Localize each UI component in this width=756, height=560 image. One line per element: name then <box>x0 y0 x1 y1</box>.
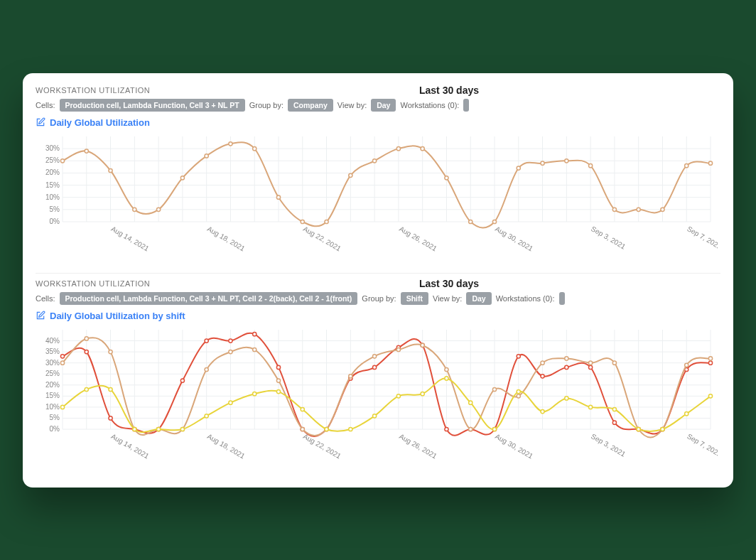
svg-point-48 <box>205 154 208 157</box>
svg-point-143 <box>541 374 544 377</box>
svg-text:Aug 18, 2021: Aug 18, 2021 <box>206 432 247 460</box>
svg-point-193 <box>396 394 400 397</box>
svg-point-136 <box>373 365 377 369</box>
svg-point-177 <box>685 363 688 367</box>
svg-point-124 <box>85 350 88 353</box>
chart-title[interactable]: Daily Global Utilization by shift <box>50 311 185 321</box>
svg-point-185 <box>205 414 208 417</box>
svg-text:Sep 3, 2021: Sep 3, 2021 <box>590 432 627 458</box>
viewby-label: View by: <box>433 294 462 303</box>
chart-svg: 0%5%10%15%20%25%30%35%40%Aug 14, 2021Aug… <box>36 324 718 473</box>
svg-point-188 <box>276 389 280 393</box>
svg-point-194 <box>421 392 424 395</box>
svg-point-186 <box>229 401 232 404</box>
svg-point-183 <box>157 427 161 431</box>
svg-point-49 <box>229 141 232 145</box>
svg-point-129 <box>205 338 208 342</box>
svg-point-191 <box>349 427 352 431</box>
edit-icon[interactable] <box>36 311 45 321</box>
groupby-label: Group by: <box>249 101 284 109</box>
viewby-chip[interactable]: Day <box>466 292 491 305</box>
svg-point-205 <box>685 411 688 415</box>
filter-bar: Cells: Production cell, Lambda Function,… <box>36 292 720 305</box>
svg-point-197 <box>492 427 496 431</box>
svg-point-180 <box>85 387 88 391</box>
filter-bar: Cells: Production cell, Lambda Function,… <box>36 99 720 112</box>
svg-point-196 <box>469 401 472 404</box>
svg-point-51 <box>276 195 280 199</box>
svg-text:15%: 15% <box>45 392 60 399</box>
svg-text:Aug 30, 2021: Aug 30, 2021 <box>494 225 534 252</box>
svg-point-59 <box>469 220 472 223</box>
svg-text:Aug 22, 2021: Aug 22, 2021 <box>302 225 342 252</box>
svg-point-45 <box>133 208 136 211</box>
svg-point-161 <box>301 427 304 431</box>
svg-point-142 <box>517 354 520 357</box>
svg-point-202 <box>612 407 616 411</box>
svg-point-159 <box>253 348 256 351</box>
svg-point-146 <box>612 421 616 424</box>
svg-text:10%: 10% <box>45 193 60 200</box>
svg-point-206 <box>708 394 712 397</box>
cells-chip[interactable]: Production cell, Lambda Function, Cell 3… <box>60 99 245 112</box>
svg-point-65 <box>612 208 616 211</box>
svg-point-189 <box>301 407 304 411</box>
svg-point-192 <box>373 414 377 417</box>
chart-daily-global: 0%5%10%15%20%25%30%Aug 14, 2021Aug 18, 2… <box>36 131 718 266</box>
svg-text:Aug 26, 2021: Aug 26, 2021 <box>398 225 438 252</box>
svg-point-43 <box>85 149 88 152</box>
svg-point-169 <box>492 387 496 391</box>
chart-title[interactable]: Daily Global Utilization <box>50 117 150 128</box>
period-title: Last 30 days <box>419 278 479 289</box>
cells-chip[interactable]: Production cell, Lambda Function, Cell 3… <box>60 292 358 305</box>
workstations-chip[interactable] <box>559 292 565 305</box>
svg-point-60 <box>492 220 496 223</box>
svg-point-57 <box>421 146 424 150</box>
svg-point-181 <box>109 387 112 391</box>
svg-point-63 <box>565 158 568 162</box>
svg-point-178 <box>708 356 712 360</box>
svg-text:30%: 30% <box>45 144 60 152</box>
groupby-chip[interactable]: Shift <box>401 292 428 305</box>
svg-text:5%: 5% <box>50 414 60 421</box>
svg-point-160 <box>276 378 280 382</box>
svg-text:0%: 0% <box>50 217 60 225</box>
svg-point-163 <box>349 374 352 377</box>
chart-svg: 0%5%10%15%20%25%30%Aug 14, 2021Aug 18, 2… <box>36 131 718 266</box>
svg-point-168 <box>469 427 472 431</box>
svg-point-123 <box>60 354 64 357</box>
svg-point-174 <box>612 361 616 365</box>
workstations-chip[interactable] <box>463 99 469 112</box>
svg-point-125 <box>109 416 112 419</box>
svg-text:25%: 25% <box>45 370 60 377</box>
panel-workstation-2: WORKSTATION UTILIZATION Last 30 days Cel… <box>36 273 720 473</box>
dashboard-card: WORKSTATION UTILIZATION Last 30 days Cel… <box>23 73 733 488</box>
svg-text:Aug 26, 2021: Aug 26, 2021 <box>398 432 438 460</box>
svg-text:20%: 20% <box>45 168 60 176</box>
groupby-chip[interactable]: Company <box>288 99 333 112</box>
workstations-label: Workstations (0): <box>400 101 459 109</box>
svg-point-56 <box>396 146 400 150</box>
svg-point-131 <box>253 332 256 335</box>
section-title: WORKSTATION UTILIZATION <box>36 86 150 95</box>
svg-point-130 <box>229 338 232 342</box>
svg-point-42 <box>60 158 64 162</box>
svg-point-195 <box>445 376 448 379</box>
svg-text:25%: 25% <box>45 156 60 164</box>
svg-text:Aug 22, 2021: Aug 22, 2021 <box>302 432 342 460</box>
edit-icon[interactable] <box>36 117 45 127</box>
svg-text:Aug 14, 2021: Aug 14, 2021 <box>110 225 151 252</box>
svg-point-46 <box>157 208 161 211</box>
svg-point-64 <box>589 163 593 167</box>
svg-point-150 <box>708 361 712 365</box>
svg-text:35%: 35% <box>45 348 60 355</box>
viewby-chip[interactable]: Day <box>371 99 396 112</box>
svg-point-198 <box>517 389 520 393</box>
svg-text:Sep 3, 2021: Sep 3, 2021 <box>590 225 627 251</box>
svg-point-67 <box>661 208 664 211</box>
svg-point-152 <box>85 336 88 340</box>
svg-text:0%: 0% <box>50 425 60 433</box>
svg-point-172 <box>565 356 568 360</box>
svg-point-68 <box>685 163 688 167</box>
svg-point-132 <box>276 365 280 369</box>
